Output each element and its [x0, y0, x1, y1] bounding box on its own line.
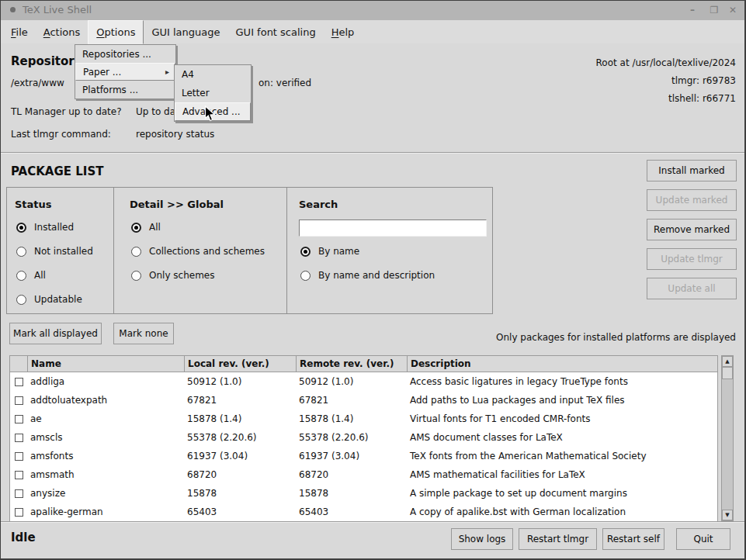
- scroll-up-icon[interactable]: ▲: [722, 356, 733, 367]
- radio-icon[interactable]: [131, 271, 141, 281]
- minimize-icon[interactable]: –: [684, 3, 701, 17]
- cell-remote: 15878: [296, 488, 407, 499]
- platforms-note: Only packages for installed platforms ar…: [496, 332, 736, 343]
- close-icon[interactable]: ✕: [724, 3, 741, 17]
- row-checkbox[interactable]: [15, 471, 23, 479]
- table-row[interactable]: amscls 55378 (2.20.6) 55378 (2.20.6) AMS…: [10, 428, 717, 447]
- install-marked-button[interactable]: Install marked: [647, 160, 737, 181]
- row-checkbox[interactable]: [15, 508, 23, 517]
- table-row[interactable]: apalike-german 65403 65403 A copy of apa…: [10, 503, 717, 521]
- menu-item-paper[interactable]: Paper ...▸: [75, 63, 175, 81]
- status-group-label: Status: [15, 199, 52, 210]
- radio-icon[interactable]: [300, 247, 311, 257]
- radio-label: Collections and schemes: [149, 246, 265, 257]
- radio-all-status[interactable]: All: [16, 270, 46, 281]
- update-tlmgr-button[interactable]: Update tlmgr: [647, 248, 737, 270]
- submenu-arrow-icon: ▸: [165, 67, 169, 76]
- header-description[interactable]: Description: [407, 356, 717, 372]
- radio-not-installed[interactable]: Not installed: [16, 246, 93, 257]
- menu-gui-font-scaling[interactable]: GUI font scaling: [228, 20, 324, 43]
- cell-remote: 61937 (3.04): [296, 451, 407, 461]
- row-checkbox[interactable]: [15, 415, 23, 423]
- cell-name: ae: [27, 413, 184, 424]
- cell-description: AMS document classes for LaTeX: [407, 432, 717, 443]
- row-checkbox[interactable]: [15, 452, 23, 461]
- table-row[interactable]: amsmath 68720 68720 AMS mathematical fac…: [10, 465, 717, 484]
- radio-label: By name: [318, 246, 359, 257]
- search-input[interactable]: [299, 220, 487, 237]
- row-checkbox[interactable]: [15, 378, 23, 386]
- radio-label: Installed: [34, 222, 74, 233]
- radio-icon[interactable]: [16, 295, 26, 305]
- cell-local: 15878 (1.4): [184, 413, 296, 424]
- update-marked-button[interactable]: Update marked: [647, 189, 737, 211]
- restart-tlmgr-button[interactable]: Restart tlmgr: [519, 528, 597, 550]
- radio-icon[interactable]: [131, 247, 141, 257]
- tlmgr-revision: tlmgr: r69783: [596, 72, 736, 90]
- remove-marked-button[interactable]: Remove marked: [647, 219, 737, 240]
- menu-item-platforms[interactable]: Platforms ...: [75, 81, 175, 99]
- radio-by-name-description[interactable]: By name and description: [300, 270, 435, 281]
- scroll-down-icon[interactable]: ▼: [722, 510, 733, 520]
- row-checkbox[interactable]: [15, 434, 23, 442]
- radio-label: By name and description: [318, 270, 435, 281]
- cell-description: A copy of apalike.bst with German locali…: [407, 506, 717, 517]
- restart-self-button[interactable]: Restart self: [602, 528, 664, 550]
- menu-file[interactable]: File: [3, 20, 36, 43]
- radio-installed[interactable]: Installed: [16, 222, 74, 233]
- menu-actions[interactable]: Actions: [36, 20, 88, 43]
- radio-detail-all[interactable]: All: [131, 222, 161, 233]
- menu-gui-language[interactable]: GUI language: [144, 20, 227, 43]
- table-row[interactable]: addliga 50912 (1.0) 50912 (1.0) Access b…: [10, 372, 717, 391]
- mark-none-button[interactable]: Mark none: [113, 323, 174, 344]
- scrollbar-thumb[interactable]: [722, 367, 733, 379]
- radio-updatable[interactable]: Updatable: [16, 294, 82, 305]
- last-command-value: repository status: [136, 129, 214, 140]
- package-list-heading: PACKAGE LIST: [11, 164, 103, 178]
- table-row[interactable]: ae 15878 (1.4) 15878 (1.4) Virtual fonts…: [10, 410, 717, 428]
- row-checkbox[interactable]: [15, 489, 23, 498]
- statusbar-separator: [0, 521, 746, 523]
- filter-panel: Status Installed Not installed All Updat…: [6, 187, 493, 314]
- row-checkbox[interactable]: [15, 396, 23, 405]
- options-dropdown-menu: Repositories ... Paper ...▸ Platforms ..…: [75, 44, 176, 99]
- maximize-icon[interactable]: ❐: [706, 3, 723, 17]
- cell-name: amsfonts: [27, 451, 184, 461]
- header-name[interactable]: Name: [27, 356, 184, 372]
- radio-collections-schemes[interactable]: Collections and schemes: [131, 246, 265, 257]
- radio-icon[interactable]: [131, 223, 141, 233]
- header-local-rev[interactable]: Local rev. (ver.): [184, 356, 296, 372]
- repository-verification: on: verified: [258, 78, 311, 88]
- titlebar: TeX Live Shell – ❐ ✕: [0, 0, 746, 20]
- radio-icon[interactable]: [16, 271, 26, 281]
- quit-button[interactable]: Quit: [676, 528, 730, 550]
- cell-local: 67821: [184, 395, 296, 406]
- radio-label: Not installed: [34, 246, 93, 257]
- menu-options[interactable]: Options: [88, 20, 144, 44]
- table-row[interactable]: amsfonts 61937 (3.04) 61937 (3.04) TeX f…: [10, 447, 717, 465]
- table-row[interactable]: anysize 15878 15878 A simple package to …: [10, 484, 717, 503]
- radio-icon[interactable]: [16, 247, 26, 257]
- cell-name: anysize: [27, 488, 184, 499]
- radio-only-schemes[interactable]: Only schemes: [131, 270, 214, 281]
- cell-local: 65403: [184, 506, 296, 517]
- menu-help[interactable]: Help: [324, 20, 363, 43]
- radio-icon[interactable]: [16, 223, 26, 233]
- mark-all-displayed-button[interactable]: Mark all displayed: [9, 323, 102, 344]
- menu-item-repositories[interactable]: Repositories ...: [75, 45, 175, 63]
- radio-label: Only schemes: [149, 270, 214, 281]
- menu-item-letter[interactable]: Letter: [175, 84, 251, 102]
- cell-description: A simple package to set up document marg…: [407, 488, 717, 499]
- update-all-button[interactable]: Update all: [647, 278, 737, 299]
- radio-by-name[interactable]: By name: [300, 246, 359, 257]
- table-scrollbar[interactable]: ▲ ▼: [721, 355, 734, 521]
- show-logs-button[interactable]: Show logs: [451, 528, 513, 550]
- detail-group-label: Detail >> Global: [130, 199, 224, 210]
- menu-item-a4[interactable]: A4: [175, 65, 251, 84]
- cell-description: Virtual fonts for T1 encoded CMR-fonts: [407, 413, 717, 424]
- header-checkbox-column: [10, 356, 27, 372]
- radio-icon[interactable]: [300, 271, 311, 281]
- install-info: Root at /usr/local/texlive/2024 tlmgr: r…: [596, 54, 736, 108]
- table-row[interactable]: addtoluatexpath 67821 67821 Add paths to…: [10, 391, 717, 410]
- header-remote-rev[interactable]: Remote rev. (ver.): [296, 356, 407, 372]
